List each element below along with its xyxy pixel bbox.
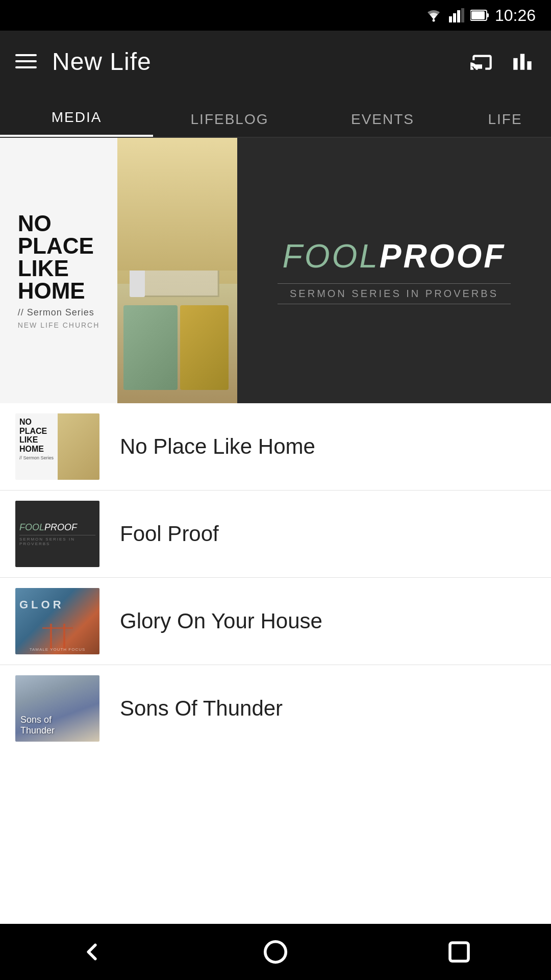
home-button[interactable] xyxy=(250,932,301,972)
svg-rect-3 xyxy=(457,10,460,22)
status-bar: 10:26 xyxy=(0,0,551,31)
hero-slide-1-church: NEW LIFE CHURCH xyxy=(18,321,100,329)
item-thumbnail-sons: Sons ofThunder xyxy=(15,675,99,742)
hamburger-menu-icon[interactable] xyxy=(15,54,37,68)
item-label-glory: Glory On Your House xyxy=(120,609,322,633)
svg-rect-8 xyxy=(513,58,517,70)
svg-rect-1 xyxy=(449,16,452,22)
item-label-foolproof: Fool Proof xyxy=(120,522,219,546)
list-item[interactable]: FOOLPROOF SERMON SERIES IN PROVERBS Fool… xyxy=(0,491,551,578)
recents-button[interactable] xyxy=(434,932,485,972)
series-list: NOPLACELIKEHOME // Sermon Series No Plac… xyxy=(0,403,551,752)
home-icon xyxy=(262,938,289,966)
foolproof-subtitle: SERMON SERIES IN PROVERBS xyxy=(278,283,511,304)
svg-rect-2 xyxy=(453,13,456,22)
item-label-sons: Sons Of Thunder xyxy=(120,696,283,721)
list-item[interactable]: Sons ofThunder Sons Of Thunder xyxy=(0,665,551,752)
svg-rect-6 xyxy=(487,13,489,17)
battery-icon xyxy=(470,9,489,22)
svg-rect-9 xyxy=(520,54,524,70)
tab-media[interactable]: MEDIA xyxy=(0,109,153,137)
list-item[interactable]: GLOR TAMALE YOUTH FOCUS Glory On Your Ho… xyxy=(0,578,551,665)
foolproof-title: FOOLPROOF xyxy=(283,237,506,275)
hero-slide-1-subtitle: // Sermon Series xyxy=(18,307,100,318)
room-image xyxy=(117,138,237,403)
tab-lifeblog[interactable]: LIFEBLOG xyxy=(153,111,306,137)
signal-icon xyxy=(449,8,464,22)
navigation-bar xyxy=(0,924,551,980)
svg-rect-7 xyxy=(471,11,485,19)
item-thumbnail-foolproof: FOOLPROOF SERMON SERIES IN PROVERBS xyxy=(15,501,99,567)
recents-icon xyxy=(445,938,473,966)
svg-rect-12 xyxy=(450,943,468,961)
app-bar: New Life xyxy=(0,31,551,92)
hero-slide-3[interactable]: FOOLPROOF SERMON SERIES IN PROVERBS xyxy=(237,138,551,403)
tab-events[interactable]: EVENTS xyxy=(306,111,459,137)
chart-button[interactable] xyxy=(510,47,536,75)
item-thumbnail-no-place: NOPLACELIKEHOME // Sermon Series xyxy=(15,413,99,480)
hero-carousel: NOPLACELIKEHOME // Sermon Series NEW LIF… xyxy=(0,138,551,403)
status-time: 10:26 xyxy=(495,6,536,25)
hero-slide-1[interactable]: NOPLACELIKEHOME // Sermon Series NEW LIF… xyxy=(0,138,117,403)
list-item[interactable]: NOPLACELIKEHOME // Sermon Series No Plac… xyxy=(0,403,551,491)
svg-point-11 xyxy=(265,942,286,963)
hero-slide-1-title: NOPLACELIKEHOME xyxy=(18,212,100,302)
back-button[interactable] xyxy=(66,932,117,972)
item-label-no-place: No Place Like Home xyxy=(120,434,315,459)
svg-rect-10 xyxy=(527,61,531,70)
item-thumbnail-glory: GLOR TAMALE YOUTH FOCUS xyxy=(15,588,99,654)
back-icon xyxy=(78,938,106,966)
wifi-icon xyxy=(424,8,443,22)
app-title: New Life xyxy=(52,47,454,76)
cast-button[interactable] xyxy=(469,47,495,75)
tab-bar: MEDIA LIFEBLOG EVENTS LIFE xyxy=(0,92,551,138)
svg-rect-4 xyxy=(461,8,464,22)
hero-slide-2[interactable] xyxy=(117,138,237,403)
tab-more[interactable]: LIFE xyxy=(459,111,551,137)
svg-point-0 xyxy=(432,19,435,22)
status-icons: 10:26 xyxy=(424,6,536,25)
